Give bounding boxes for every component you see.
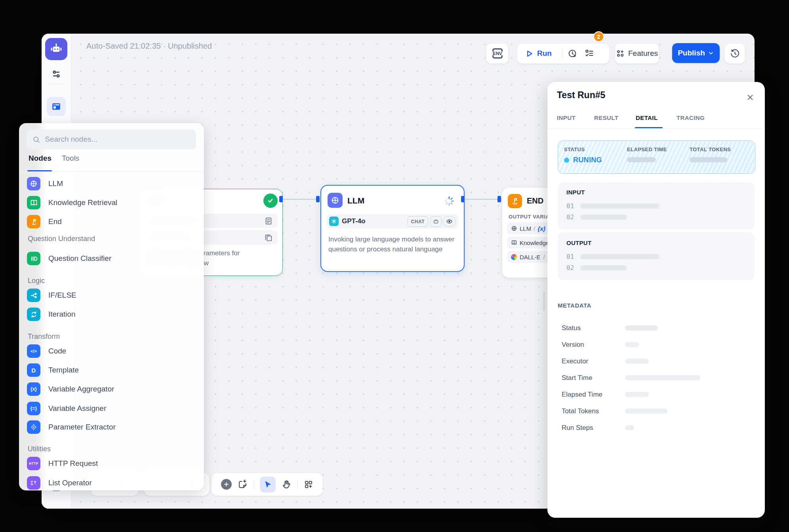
knowledge-mini-icon xyxy=(511,239,517,246)
status-label: STATUS xyxy=(564,146,585,152)
ifelse-icon xyxy=(27,289,40,302)
metadata-value-skeleton xyxy=(625,375,700,380)
publish-button[interactable]: Publish xyxy=(672,43,720,63)
canvas-toolbar xyxy=(211,473,323,496)
version-history-button[interactable] xyxy=(724,43,745,64)
metadata-row-label: Status xyxy=(562,324,581,332)
panel-resize-handle[interactable] xyxy=(543,292,545,311)
screenshot-stage: Auto-Saved 21:02:35 · Unpublished ENV Ru… xyxy=(0,0,789,532)
hand-icon xyxy=(282,479,292,489)
line-number: 02 xyxy=(566,264,574,272)
dalle-icon xyxy=(511,254,517,260)
panel-divider xyxy=(19,171,204,172)
input-line-skeleton xyxy=(580,203,659,209)
history-icon xyxy=(730,49,740,59)
features-icon xyxy=(616,49,625,58)
tab-detail[interactable]: DETAIL xyxy=(636,114,658,121)
node-item-template[interactable]: D Template xyxy=(27,362,198,378)
input-label: INPUT xyxy=(566,189,585,196)
node-item-list-operator[interactable]: List Operator xyxy=(27,475,198,491)
assigner-icon: {=} xyxy=(27,402,40,415)
pointer-mode-button[interactable] xyxy=(260,477,276,492)
rail-divider xyxy=(48,84,64,84)
metadata-value-skeleton xyxy=(625,325,658,331)
iteration-icon xyxy=(27,308,40,321)
orchestrate-tab-button[interactable] xyxy=(47,97,66,116)
output-card: OUTPUT 01 02 xyxy=(558,232,755,280)
end-node-input-handle[interactable] xyxy=(497,196,501,202)
total-tokens-skeleton xyxy=(690,157,727,162)
add-note-button[interactable] xyxy=(238,479,248,489)
test-run-panel: Test Run#5 INPUT RESULT DETAIL TRACING S… xyxy=(547,82,765,518)
llm-icon xyxy=(328,193,343,208)
node-item-iteration[interactable]: Iteration xyxy=(27,306,198,322)
tab-input[interactable]: INPUT xyxy=(557,114,576,121)
chevron-down-icon xyxy=(708,50,714,56)
checklist-count-badge: 2 xyxy=(593,31,604,42)
node-item-if-else[interactable]: IF/ELSE xyxy=(27,287,198,303)
extractor-icon xyxy=(27,420,40,434)
node-item-variable-assigner[interactable]: {=} Variable Assigner xyxy=(27,401,198,416)
run-history-timer-icon[interactable] xyxy=(568,49,577,59)
section-transform: Transform xyxy=(28,332,60,341)
metadata-value-skeleton xyxy=(625,425,634,430)
metadata-row-label: Start Time xyxy=(562,374,592,382)
output-label: OUTPUT xyxy=(566,239,591,246)
node-item-parameter-extractor[interactable]: Parameter Extractor xyxy=(27,419,198,435)
toolbar-divider xyxy=(562,48,562,59)
agent-robot-icon xyxy=(430,216,442,227)
search-box[interactable] xyxy=(27,129,196,149)
search-icon xyxy=(32,135,40,144)
toolbar-divider xyxy=(297,480,298,489)
copy-icon xyxy=(264,233,273,242)
run-toolbar-group: Run xyxy=(517,43,610,64)
aggregator-icon: {x} xyxy=(27,382,40,396)
features-button[interactable]: Features xyxy=(615,43,659,64)
close-icon[interactable] xyxy=(746,93,755,102)
tab-result[interactable]: RESULT xyxy=(594,114,618,121)
book-icon xyxy=(27,196,40,209)
metadata-row-label: Elapsed Time xyxy=(562,391,602,399)
env-button[interactable]: ENV xyxy=(486,43,509,64)
autosave-status: Auto-Saved 21:02:35 · Unpublished xyxy=(86,40,212,52)
tab-tracing[interactable]: TRACING xyxy=(677,114,705,121)
workflow-settings-icon[interactable] xyxy=(50,68,63,80)
hand-mode-button[interactable] xyxy=(282,479,292,489)
app-logo-robot-icon[interactable] xyxy=(45,38,67,60)
document-icon xyxy=(264,217,273,225)
code-icon: </> xyxy=(27,344,40,358)
llm-model-row[interactable]: GPT-4o CHAT xyxy=(327,214,458,228)
cursor-icon xyxy=(263,480,272,489)
input-card: INPUT 01 02 xyxy=(558,182,755,229)
line-number: 01 xyxy=(566,253,574,260)
output-line-skeleton xyxy=(580,254,659,259)
llm-node-input-handle[interactable] xyxy=(316,196,320,202)
end-flag-icon xyxy=(508,194,522,208)
add-node-button[interactable] xyxy=(221,479,232,490)
llm-node-output-handle[interactable] xyxy=(461,196,465,202)
svg-text:ENV: ENV xyxy=(493,51,502,56)
search-input[interactable] xyxy=(44,129,191,150)
section-logic: Logic xyxy=(28,277,45,285)
elapsed-time-label: ELAPSED TIME xyxy=(627,146,667,152)
node-item-http-request[interactable]: HTTP HTTP Request xyxy=(27,456,198,471)
model-name: GPT-4o xyxy=(342,217,366,225)
node-item-end[interactable]: End xyxy=(27,214,198,230)
llm-node[interactable]: LLM GPT-4o CHAT Invoking la xyxy=(320,185,465,272)
node-item-llm[interactable]: LLM xyxy=(27,176,198,192)
checklist-icon[interactable] xyxy=(584,48,595,59)
organize-layout-button[interactable] xyxy=(304,480,313,489)
classifier-icon xyxy=(27,252,40,265)
tab-nodes[interactable]: Nodes xyxy=(29,154,51,163)
status-card: STATUS RUNING ELAPSED TIME TOTAL TOKENS xyxy=(558,141,755,174)
node-item-variable-aggregator[interactable]: {x} Variable Aggregator xyxy=(27,381,198,397)
node-item-question-classifier[interactable]: Question Classifier xyxy=(27,251,198,266)
tab-tools[interactable]: Tools xyxy=(62,154,79,163)
start-node-output-handle[interactable] xyxy=(279,196,283,202)
run-button[interactable]: Run xyxy=(517,49,552,58)
section-utilities: Utilities xyxy=(28,445,51,453)
node-item-code[interactable]: </> Code xyxy=(27,343,198,359)
panel-divider xyxy=(547,128,765,129)
template-icon: D xyxy=(27,363,40,377)
node-item-knowledge-retrieval[interactable]: Knowledge Retrieval xyxy=(27,195,198,211)
